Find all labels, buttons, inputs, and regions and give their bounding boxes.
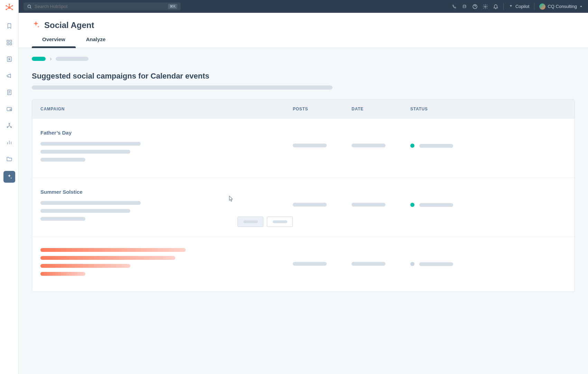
th-campaign: CAMPAIGN — [40, 107, 293, 111]
brand-logo[interactable] — [4, 3, 14, 14]
svg-rect-14 — [10, 43, 11, 45]
status-cell — [410, 203, 453, 207]
copilot-button[interactable]: Copilot — [508, 4, 529, 9]
svg-point-28 — [28, 5, 30, 8]
tab-analyze[interactable]: Analyze — [86, 36, 106, 48]
svg-rect-13 — [7, 43, 9, 45]
megaphone-icon[interactable] — [5, 71, 14, 80]
breadcrumb-current — [56, 57, 88, 61]
section-subtitle-skeleton — [32, 85, 333, 90]
date-skeleton — [352, 203, 385, 207]
breadcrumb: › — [32, 56, 575, 62]
svg-rect-12 — [10, 40, 11, 42]
content-area: › Suggested social campaigns for Calenda… — [19, 48, 588, 300]
posts-skeleton — [293, 262, 327, 266]
settings-icon[interactable] — [483, 4, 488, 9]
bell-icon[interactable] — [493, 4, 498, 9]
date-skeleton — [352, 262, 385, 266]
th-status: STATUS — [410, 107, 566, 111]
avatar — [539, 3, 545, 10]
svg-point-31 — [485, 6, 486, 7]
page-sparkle-icon — [32, 20, 40, 30]
phone-icon[interactable] — [451, 4, 457, 9]
status-skeleton — [419, 262, 453, 266]
table-row[interactable]: Father’s Day — [32, 118, 575, 177]
help-icon[interactable] — [472, 4, 478, 9]
page-header: Social Agent Overview Analyze — [19, 13, 588, 48]
chart-icon[interactable] — [5, 138, 14, 147]
account-switcher[interactable]: CQ Consulting — [539, 3, 583, 10]
grid-icon[interactable] — [5, 38, 14, 47]
status-dot — [410, 144, 414, 148]
search-kbd: ⌘K — [168, 4, 177, 9]
campaign-table: CAMPAIGN POSTS DATE STATUS Father’s Day — [32, 99, 575, 292]
status-cell — [410, 144, 453, 148]
status-skeleton — [419, 203, 453, 207]
status-cell — [410, 262, 453, 266]
th-posts: POSTS — [293, 107, 352, 111]
sparkle-icon[interactable] — [3, 171, 15, 183]
svg-rect-6 — [9, 4, 10, 7]
global-search[interactable]: ⌘K — [24, 2, 181, 10]
chevron-down-icon — [579, 4, 583, 9]
copilot-label: Copilot — [515, 4, 529, 9]
row-actions — [237, 217, 293, 227]
campaign-title: Summer Solstice — [40, 189, 293, 195]
section-heading: Suggested social campaigns for Calendar … — [32, 72, 575, 81]
row-action-secondary[interactable] — [267, 217, 293, 227]
bookmark-icon[interactable] — [5, 21, 14, 30]
search-input[interactable] — [35, 4, 165, 9]
campaign-title: Father’s Day — [40, 130, 293, 136]
org-icon[interactable] — [5, 121, 14, 130]
topbar-divider — [503, 3, 504, 10]
svg-point-16 — [9, 58, 10, 60]
table-header: CAMPAIGN POSTS DATE STATUS — [32, 100, 575, 118]
tab-overview[interactable]: Overview — [42, 36, 65, 48]
store-icon[interactable] — [462, 4, 467, 9]
tabs: Overview Analyze — [32, 36, 575, 48]
date-skeleton — [352, 144, 385, 147]
status-dot — [410, 262, 414, 266]
th-date: DATE — [352, 107, 410, 111]
posts-skeleton — [293, 144, 327, 147]
svg-point-22 — [9, 123, 10, 124]
posts-skeleton — [293, 203, 327, 207]
table-row[interactable] — [32, 237, 575, 292]
svg-rect-11 — [7, 40, 9, 42]
topbar: ⌘K Copilot CQ Consulting — [19, 0, 588, 13]
page-title: Social Agent — [44, 20, 94, 30]
document-icon[interactable] — [5, 88, 14, 97]
svg-line-29 — [30, 7, 31, 8]
chevron-right-icon: › — [50, 56, 52, 62]
wallet-icon[interactable] — [5, 104, 14, 113]
campaign-desc-skeleton — [40, 248, 293, 276]
left-nav-rail — [0, 0, 19, 374]
status-dot — [410, 203, 414, 207]
breadcrumb-root[interactable] — [32, 57, 46, 61]
folder-icon[interactable] — [5, 154, 14, 163]
table-row[interactable]: Summer Solstice — [32, 177, 575, 237]
topbar-divider-2 — [534, 3, 534, 10]
search-icon — [27, 4, 32, 9]
contacts-icon[interactable] — [5, 55, 14, 64]
row-action-primary[interactable] — [237, 217, 263, 227]
campaign-desc-skeleton — [40, 142, 293, 162]
account-name: CQ Consulting — [548, 4, 577, 9]
status-skeleton — [419, 144, 453, 148]
